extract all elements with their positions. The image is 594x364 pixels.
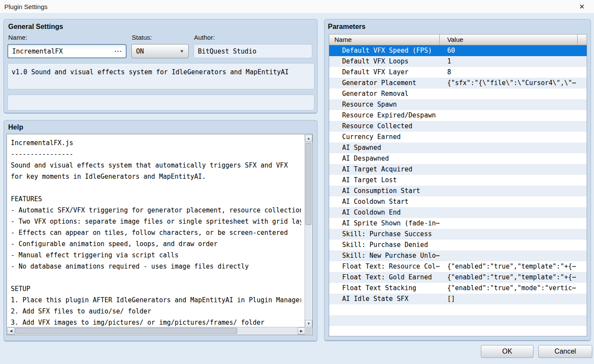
horizontal-scroll-thumb[interactable] [15, 328, 237, 334]
plugin-name-value: IncrementalFX [8, 47, 63, 55]
author-value: BitQuest Studio [194, 47, 256, 55]
param-name: Skill: Purchase Success [329, 229, 440, 240]
param-name: Generator Removal [329, 89, 440, 99]
param-value [440, 110, 587, 121]
status-dropdown[interactable]: ON ▼ [131, 44, 189, 58]
table-row[interactable]: AI Despawned [329, 153, 587, 164]
status-value: ON [132, 47, 144, 55]
column-header-value[interactable]: Value [440, 35, 578, 45]
window-title: Plugin Settings [0, 3, 48, 10]
table-row[interactable]: Skill: New Purchase Unlo⋯ [329, 250, 587, 261]
param-name: Generator Placement [329, 78, 440, 89]
general-settings-panel: General Settings Name: Status: Author: I… [3, 19, 318, 114]
param-name [329, 315, 440, 326]
parameters-table-body: Default VFX Speed (FPS)60Default VFX Loo… [329, 45, 587, 336]
plugin-name-input[interactable]: IncrementalFX ··· [7, 44, 127, 58]
param-name [329, 304, 440, 315]
param-value [440, 186, 587, 196]
table-row[interactable]: AI Consumption Start [329, 186, 587, 196]
param-value: [] [440, 294, 587, 304]
param-name: Default VFX Layer [329, 67, 440, 78]
param-name: Default VFX Loops [329, 56, 440, 67]
table-row[interactable]: Float Text: Resource Col⋯{"enabled":"tru… [329, 261, 587, 272]
param-name: Float Text Stacking [329, 283, 440, 294]
table-row[interactable]: Float Text Stacking{"enabled":"true","mo… [329, 283, 587, 294]
param-value [440, 89, 587, 99]
scrollbar-corner [305, 327, 312, 334]
param-name: Resource Spawn [329, 99, 440, 110]
param-value [440, 121, 587, 132]
param-name: AI Cooldown End [329, 207, 440, 218]
scroll-left-icon[interactable]: ◀ [7, 327, 15, 335]
vertical-scroll-thumb[interactable] [305, 143, 311, 225]
param-value [440, 240, 587, 250]
table-row[interactable]: AI Target Lost [329, 175, 587, 186]
help-vertical-scrollbar[interactable]: ▲ ▼ [305, 135, 312, 327]
table-row[interactable]: Skill: Purchase Success [329, 229, 587, 240]
param-name: Skill: New Purchase Unlo⋯ [329, 250, 440, 261]
ok-button[interactable]: OK [481, 345, 534, 358]
table-row[interactable]: Resource Collected [329, 121, 587, 132]
param-name: AI Consumption Start [329, 186, 440, 196]
scroll-down-icon[interactable]: ▼ [305, 320, 312, 327]
param-name: Resource Expired/Despawn [329, 110, 440, 121]
scroll-right-icon[interactable]: ▶ [298, 327, 305, 335]
param-value [440, 229, 587, 240]
param-value [440, 196, 587, 207]
table-row[interactable]: Default VFX Loops1 [329, 56, 587, 67]
help-horizontal-scrollbar[interactable]: ◀ ▶ [7, 327, 305, 334]
status-label: Status: [132, 34, 152, 41]
param-name: Default VFX Speed (FPS) [329, 45, 440, 56]
table-row [329, 326, 587, 336]
param-value [440, 153, 587, 164]
param-name [329, 326, 440, 336]
parameters-panel: Parameters Name Value Default VFX Speed … [324, 19, 591, 341]
plugin-extra-box [7, 95, 314, 111]
scroll-up-icon[interactable]: ▲ [305, 135, 312, 142]
param-value [440, 164, 587, 175]
table-row [329, 304, 587, 315]
param-value [440, 304, 587, 315]
table-row[interactable]: Default VFX Layer8 [329, 67, 587, 78]
cancel-button[interactable]: Cancel [538, 345, 592, 358]
table-row[interactable]: AI Sprite Shown (fade-in⋯ [329, 218, 587, 229]
param-value [440, 132, 587, 142]
plugin-description-box: v1.0 Sound and visual effects system for… [7, 63, 314, 89]
title-bar: Plugin Settings [0, 0, 594, 13]
parameters-title: Parameters [328, 23, 365, 31]
table-row [329, 315, 587, 326]
table-row[interactable]: AI Idle State SFX[] [329, 294, 587, 304]
table-row[interactable]: Resource Spawn [329, 99, 587, 110]
table-row[interactable]: Resource Expired/Despawn [329, 110, 587, 121]
param-name: Float Text: Resource Col⋯ [329, 261, 440, 272]
table-row[interactable]: Default VFX Speed (FPS)60 [329, 45, 587, 56]
column-header-name[interactable]: Name [329, 35, 440, 45]
help-panel: Help IncrementalFX.js ---------------- S… [3, 120, 318, 342]
table-row[interactable]: AI Cooldown End [329, 207, 587, 218]
param-value: 1 [440, 56, 587, 67]
table-row[interactable]: Currency Earned [329, 132, 587, 142]
help-textarea[interactable]: IncrementalFX.js ---------------- Sound … [6, 134, 313, 335]
close-icon[interactable]: ✕ [573, 0, 591, 13]
param-name: AI Cooldown Start [329, 196, 440, 207]
name-label: Name: [8, 34, 27, 41]
param-name: AI Sprite Shown (fade-in⋯ [329, 218, 440, 229]
param-value [440, 326, 587, 336]
param-value: {"enabled":"true","template":"+{⋯ [440, 261, 587, 272]
param-name: Currency Earned [329, 132, 440, 142]
table-row[interactable]: Generator Removal [329, 89, 587, 99]
table-row[interactable]: AI Cooldown Start [329, 196, 587, 207]
help-title: Help [8, 123, 23, 131]
param-value: 8 [440, 67, 587, 78]
table-row[interactable]: AI Spawned [329, 142, 587, 153]
browse-plugin-button[interactable]: ··· [114, 45, 122, 57]
table-row[interactable]: AI Target Acquired [329, 164, 587, 175]
table-row[interactable]: Skill: Purchase Denied [329, 240, 587, 250]
param-value: 60 [440, 45, 587, 56]
param-name: AI Target Acquired [329, 164, 440, 175]
table-row[interactable]: Generator Placement{"sfx":"{\"file\":\"C… [329, 78, 587, 89]
table-row[interactable]: Float Text: Gold Earned{"enabled":"true"… [329, 272, 587, 283]
param-name: AI Idle State SFX [329, 294, 440, 304]
param-value [440, 99, 587, 110]
param-name: AI Target Lost [329, 175, 440, 186]
